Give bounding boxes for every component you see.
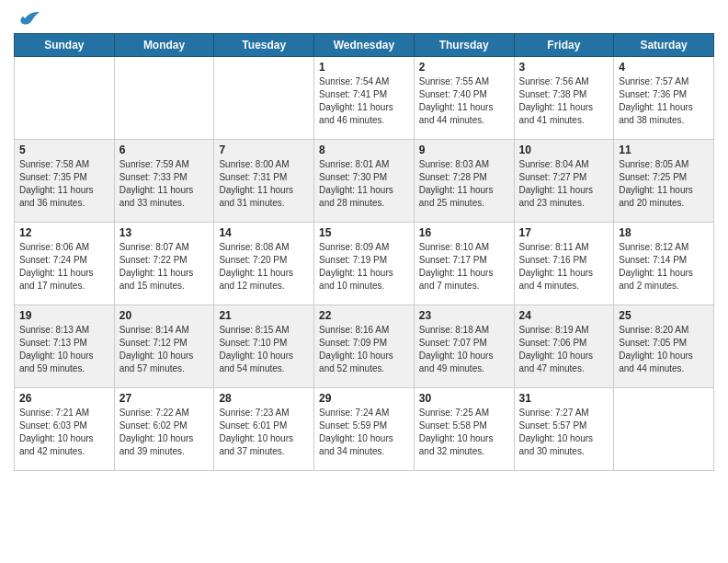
- day-number: 21: [219, 309, 309, 322]
- day-detail: Sunrise: 7:55 AMSunset: 7:40 PMDaylight:…: [419, 75, 509, 127]
- calendar-cell: 24Sunrise: 8:19 AMSunset: 7:06 PMDayligh…: [514, 305, 614, 388]
- calendar-cell: 5Sunrise: 7:58 AMSunset: 7:35 PMDaylight…: [15, 140, 115, 223]
- day-number: 23: [419, 309, 509, 322]
- week-row-4: 19Sunrise: 8:13 AMSunset: 7:13 PMDayligh…: [15, 305, 714, 388]
- day-detail: Sunrise: 7:58 AMSunset: 7:35 PMDaylight:…: [19, 158, 109, 210]
- weekday-header-sunday: Sunday: [15, 34, 115, 57]
- day-number: 20: [119, 309, 210, 322]
- calendar-cell: 17Sunrise: 8:11 AMSunset: 7:16 PMDayligh…: [514, 223, 614, 305]
- day-number: 4: [619, 61, 709, 74]
- calendar-cell: 19Sunrise: 8:13 AMSunset: 7:13 PMDayligh…: [15, 305, 115, 388]
- day-detail: Sunrise: 7:21 AMSunset: 6:03 PMDaylight:…: [19, 407, 109, 458]
- calendar-cell: 30Sunrise: 7:25 AMSunset: 5:58 PMDayligh…: [414, 388, 514, 471]
- calendar-cell: 9Sunrise: 8:03 AMSunset: 7:28 PMDaylight…: [414, 140, 514, 223]
- day-number: 3: [519, 61, 609, 74]
- calendar-cell: [614, 388, 714, 471]
- day-detail: Sunrise: 7:56 AMSunset: 7:38 PMDaylight:…: [519, 75, 609, 127]
- weekday-header-tuesday: Tuesday: [214, 34, 314, 57]
- calendar-cell: [15, 57, 115, 140]
- weekday-header-row: SundayMondayTuesdayWednesdayThursdayFrid…: [15, 34, 714, 57]
- weekday-header-saturday: Saturday: [614, 34, 714, 57]
- day-number: 8: [319, 144, 409, 156]
- day-detail: Sunrise: 7:25 AMSunset: 5:58 PMDaylight:…: [419, 407, 509, 458]
- day-number: 11: [619, 144, 709, 156]
- day-number: 10: [519, 144, 609, 156]
- day-detail: Sunrise: 8:07 AMSunset: 7:22 PMDaylight:…: [119, 241, 210, 293]
- calendar-cell: 16Sunrise: 8:10 AMSunset: 7:17 PMDayligh…: [414, 223, 514, 305]
- day-number: 14: [219, 226, 309, 239]
- week-row-5: 26Sunrise: 7:21 AMSunset: 6:03 PMDayligh…: [15, 388, 714, 471]
- day-number: 2: [419, 61, 509, 74]
- calendar-cell: 2Sunrise: 7:55 AMSunset: 7:40 PMDaylight…: [414, 57, 514, 140]
- calendar-cell: 25Sunrise: 8:20 AMSunset: 7:05 PMDayligh…: [614, 305, 714, 388]
- day-number: 25: [619, 309, 709, 322]
- day-detail: Sunrise: 8:11 AMSunset: 7:16 PMDaylight:…: [519, 241, 609, 293]
- header: [14, 9, 714, 26]
- week-row-1: 1Sunrise: 7:54 AMSunset: 7:41 PMDaylight…: [15, 57, 714, 140]
- day-number: 15: [319, 226, 409, 239]
- calendar-cell: 6Sunrise: 7:59 AMSunset: 7:33 PMDaylight…: [114, 140, 214, 223]
- week-row-2: 5Sunrise: 7:58 AMSunset: 7:35 PMDaylight…: [15, 140, 714, 223]
- calendar-cell: 12Sunrise: 8:06 AMSunset: 7:24 PMDayligh…: [15, 223, 115, 305]
- weekday-header-monday: Monday: [114, 34, 214, 57]
- calendar-cell: 3Sunrise: 7:56 AMSunset: 7:38 PMDaylight…: [514, 57, 614, 140]
- day-detail: Sunrise: 7:54 AMSunset: 7:41 PMDaylight:…: [319, 75, 409, 127]
- page: SundayMondayTuesdayWednesdayThursdayFrid…: [0, 0, 728, 563]
- day-detail: Sunrise: 8:04 AMSunset: 7:27 PMDaylight:…: [519, 158, 609, 210]
- day-number: 13: [119, 226, 210, 239]
- calendar-cell: 23Sunrise: 8:18 AMSunset: 7:07 PMDayligh…: [414, 305, 514, 388]
- day-number: 19: [19, 309, 109, 322]
- calendar-cell: 27Sunrise: 7:22 AMSunset: 6:02 PMDayligh…: [114, 388, 214, 471]
- day-number: 5: [19, 144, 109, 156]
- day-number: 18: [619, 226, 709, 239]
- day-number: 29: [319, 392, 409, 405]
- day-detail: Sunrise: 8:10 AMSunset: 7:17 PMDaylight:…: [419, 241, 509, 293]
- day-number: 30: [419, 392, 509, 405]
- day-detail: Sunrise: 8:19 AMSunset: 7:06 PMDaylight:…: [519, 324, 609, 375]
- logo: [14, 9, 40, 26]
- day-number: 6: [119, 144, 210, 156]
- day-number: 16: [419, 226, 509, 239]
- day-detail: Sunrise: 8:09 AMSunset: 7:19 PMDaylight:…: [319, 241, 409, 293]
- calendar-cell: 28Sunrise: 7:23 AMSunset: 6:01 PMDayligh…: [214, 388, 314, 471]
- day-detail: Sunrise: 8:01 AMSunset: 7:30 PMDaylight:…: [319, 158, 409, 210]
- calendar-cell: 7Sunrise: 8:00 AMSunset: 7:31 PMDaylight…: [214, 140, 314, 223]
- day-detail: Sunrise: 8:20 AMSunset: 7:05 PMDaylight:…: [619, 324, 709, 375]
- day-number: 1: [319, 61, 409, 74]
- calendar-cell: 31Sunrise: 7:27 AMSunset: 5:57 PMDayligh…: [514, 388, 614, 471]
- calendar-cell: [214, 57, 314, 140]
- calendar-cell: 4Sunrise: 7:57 AMSunset: 7:36 PMDaylight…: [614, 57, 714, 140]
- calendar: SundayMondayTuesdayWednesdayThursdayFrid…: [14, 33, 714, 471]
- calendar-cell: [114, 57, 214, 140]
- day-number: 28: [219, 392, 309, 405]
- calendar-cell: 21Sunrise: 8:15 AMSunset: 7:10 PMDayligh…: [214, 305, 314, 388]
- day-detail: Sunrise: 8:05 AMSunset: 7:25 PMDaylight:…: [619, 158, 709, 210]
- calendar-cell: 8Sunrise: 8:01 AMSunset: 7:30 PMDaylight…: [314, 140, 415, 223]
- calendar-cell: 10Sunrise: 8:04 AMSunset: 7:27 PMDayligh…: [514, 140, 614, 223]
- day-number: 24: [519, 309, 609, 322]
- day-detail: Sunrise: 8:13 AMSunset: 7:13 PMDaylight:…: [19, 324, 109, 375]
- calendar-cell: 18Sunrise: 8:12 AMSunset: 7:14 PMDayligh…: [614, 223, 714, 305]
- calendar-cell: 1Sunrise: 7:54 AMSunset: 7:41 PMDaylight…: [314, 57, 415, 140]
- day-detail: Sunrise: 8:06 AMSunset: 7:24 PMDaylight:…: [19, 241, 109, 293]
- day-number: 22: [319, 309, 409, 322]
- day-detail: Sunrise: 7:57 AMSunset: 7:36 PMDaylight:…: [619, 75, 709, 127]
- calendar-cell: 22Sunrise: 8:16 AMSunset: 7:09 PMDayligh…: [314, 305, 415, 388]
- day-number: 12: [19, 226, 109, 239]
- calendar-cell: 13Sunrise: 8:07 AMSunset: 7:22 PMDayligh…: [114, 223, 214, 305]
- day-number: 17: [519, 226, 609, 239]
- day-detail: Sunrise: 7:27 AMSunset: 5:57 PMDaylight:…: [519, 407, 609, 458]
- day-detail: Sunrise: 7:59 AMSunset: 7:33 PMDaylight:…: [119, 158, 210, 210]
- day-detail: Sunrise: 7:23 AMSunset: 6:01 PMDaylight:…: [219, 407, 309, 458]
- day-detail: Sunrise: 8:00 AMSunset: 7:31 PMDaylight:…: [219, 158, 309, 210]
- day-detail: Sunrise: 8:12 AMSunset: 7:14 PMDaylight:…: [619, 241, 709, 293]
- calendar-cell: 26Sunrise: 7:21 AMSunset: 6:03 PMDayligh…: [15, 388, 115, 471]
- day-detail: Sunrise: 7:24 AMSunset: 5:59 PMDaylight:…: [319, 407, 409, 458]
- calendar-cell: 14Sunrise: 8:08 AMSunset: 7:20 PMDayligh…: [214, 223, 314, 305]
- weekday-header-friday: Friday: [514, 34, 614, 57]
- day-detail: Sunrise: 8:16 AMSunset: 7:09 PMDaylight:…: [319, 324, 409, 375]
- day-detail: Sunrise: 8:03 AMSunset: 7:28 PMDaylight:…: [419, 158, 509, 210]
- day-number: 9: [419, 144, 509, 156]
- logo-bird-icon: [16, 9, 40, 28]
- day-detail: Sunrise: 8:18 AMSunset: 7:07 PMDaylight:…: [419, 324, 509, 375]
